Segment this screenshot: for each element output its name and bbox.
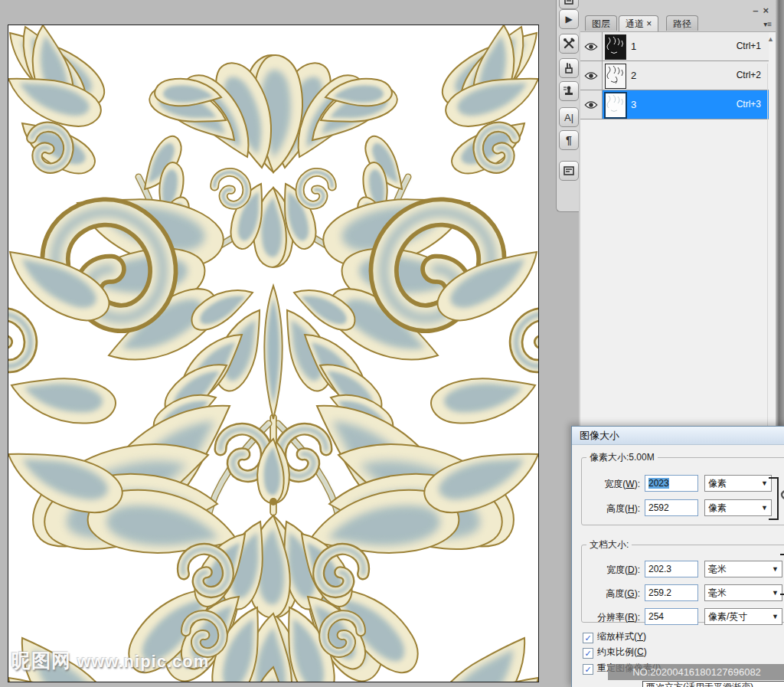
resolution-unit-select[interactable]: 像素/英寸▼ (704, 608, 782, 625)
constrain-proportions-label: 约束比例(C) (597, 646, 647, 657)
tab-layers[interactable]: 图层 (585, 15, 617, 31)
eye-icon (584, 100, 598, 110)
channel-name: 1 (631, 41, 636, 52)
height-label: 高度(H): (582, 502, 640, 515)
width-label: 宽度(W): (582, 478, 640, 491)
play-icon: ▶ (565, 14, 572, 25)
height-doc-input[interactable]: 259.2 (645, 584, 698, 601)
visibility-toggle[interactable] (580, 32, 603, 61)
character-icon: A| (564, 112, 573, 123)
dialog-title-bar[interactable]: 图像大小 (572, 427, 784, 445)
channel-name: 3 (631, 99, 636, 110)
nipic-id-watermark: NO:20200416180127696082 (608, 664, 784, 680)
height-doc-label: 高度(G): (582, 587, 640, 600)
eye-icon (584, 42, 598, 51)
constrain-proportions-checkbox-row[interactable]: ✓约束比例(C) (583, 646, 647, 658)
link-bracket (769, 477, 779, 520)
layer-comps-panel-button[interactable] (559, 161, 579, 181)
resolution-row: 分辨率(R): 254 像素/英寸▼ (582, 608, 784, 625)
paragraph-icon: ¶ (566, 134, 572, 146)
scale-styles-checkbox-row[interactable]: ✓缩放样式(Y) (583, 630, 646, 643)
channel-row-3-selected[interactable]: 3 Ctrl+3 (580, 90, 769, 119)
chevron-down-icon: ▼ (772, 609, 779, 624)
chevron-down-icon: ▼ (761, 476, 768, 491)
wrench-icon (563, 38, 575, 50)
nipic-site-name: 昵图网 (11, 649, 71, 671)
doc-link-bracket (780, 554, 784, 595)
close-icon[interactable]: × (763, 5, 773, 16)
width-doc-input[interactable]: 202.3 (645, 561, 698, 577)
document-canvas[interactable]: 昵图网 www.nipic.com (8, 25, 539, 682)
chevron-down-icon: ▼ (772, 561, 779, 577)
channel-thumbnail (604, 92, 627, 119)
document-icon (564, 0, 574, 5)
width-doc-unit-select[interactable]: 毫米▼ (704, 561, 782, 577)
character-panel-button[interactable]: A| (559, 107, 579, 127)
resolution-label: 分辨率(R): (582, 611, 640, 624)
channel-list: 1 Ctrl+1 2 Ctrl+2 3 (580, 31, 776, 427)
panel-tab-bar: 图层 通道 × 路径 (580, 15, 776, 32)
width-doc-row: 宽度(D): 202.3 毫米▼ (582, 561, 784, 577)
scrollbar-up-arrow[interactable]: ▲ (767, 35, 774, 43)
channel-shortcut: Ctrl+3 (737, 99, 761, 110)
channel-thumbnail (605, 34, 626, 60)
scale-styles-label: 缩放样式(Y) (597, 631, 646, 642)
partial-panel-icon[interactable] (559, 0, 579, 9)
resample-method-select[interactable]: 两次立方(适用于平滑渐变) (642, 681, 784, 687)
height-unit-select[interactable]: 像素▼ (704, 499, 772, 516)
height-pixels-row: 高度(H): 2592 像素▼ (582, 499, 784, 516)
damask-pattern-artwork (8, 25, 538, 682)
pixel-size-group: 像素大小:5.00M 宽度(W): 2023 像素▼ 高度(H): 2592 像… (581, 451, 784, 525)
pixel-size-legend: 像素大小:5.00M (586, 451, 658, 464)
tool-presets-panel-button[interactable] (559, 34, 579, 54)
panel-window-buttons: –× (753, 5, 773, 16)
clone-source-panel-button[interactable] (559, 81, 579, 101)
stamp-icon (563, 85, 575, 97)
channel-thumbnail (605, 64, 626, 89)
width-unit-select[interactable]: 像素▼ (704, 475, 772, 492)
resolution-input[interactable]: 254 (645, 608, 698, 625)
visibility-toggle[interactable] (580, 90, 603, 119)
checkbox-checked-icon[interactable]: ✓ (583, 664, 593, 675)
channel-shortcut: Ctrl+2 (737, 70, 761, 80)
nipic-watermark: 昵图网 www.nipic.com (11, 648, 209, 673)
channel-row-1[interactable]: 1 Ctrl+1 (580, 32, 769, 61)
layer-comps-icon (563, 165, 575, 177)
paragraph-panel-button[interactable]: ¶ (559, 130, 579, 150)
nipic-url: www.nipic.com (77, 652, 209, 671)
tab-channels[interactable]: 通道 × (619, 15, 658, 31)
scrollbar-track[interactable] (767, 64, 768, 459)
visibility-toggle[interactable] (580, 61, 603, 90)
brush-cup-icon (563, 62, 575, 74)
width-pixels-row: 宽度(W): 2023 像素▼ (582, 475, 784, 492)
chevron-down-icon: ▼ (772, 585, 779, 600)
channel-name: 2 (631, 70, 636, 81)
channel-row-2[interactable]: 2 Ctrl+2 (580, 61, 769, 90)
chevron-down-icon: ▼ (761, 500, 768, 515)
checkbox-checked-icon[interactable]: ✓ (583, 648, 593, 659)
height-doc-unit-select[interactable]: 毫米▼ (704, 584, 782, 601)
height-pixels-input[interactable]: 2592 (645, 499, 698, 516)
image-size-dialog: 图像大小 像素大小:5.00M 宽度(W): 2023 像素▼ 高度(H): 2… (571, 426, 784, 687)
chain-link-icon (780, 489, 784, 506)
height-doc-row: 高度(G): 259.2 毫米▼ (582, 584, 784, 601)
tab-paths[interactable]: 路径 (666, 15, 698, 31)
checkbox-checked-icon[interactable]: ✓ (583, 633, 593, 643)
document-size-legend: 文档大小: (586, 538, 632, 551)
actions-panel-button[interactable]: ▶ (559, 9, 579, 29)
width-doc-label: 宽度(D): (582, 564, 640, 577)
document-size-group: 文档大小: 宽度(D): 202.3 毫米▼ 高度(G): 259.2 毫米▼ … (581, 538, 784, 623)
eye-icon (584, 71, 598, 80)
channel-shortcut: Ctrl+1 (737, 41, 761, 51)
width-pixels-input[interactable]: 2023 (645, 475, 698, 492)
brushes-panel-button[interactable] (559, 58, 579, 78)
panel-menu-icon[interactable]: ▾≡ (763, 20, 772, 28)
photoshop-workspace: 昵图网 www.nipic.com ▶ (0, 0, 784, 687)
minimize-icon[interactable]: – (753, 5, 763, 16)
